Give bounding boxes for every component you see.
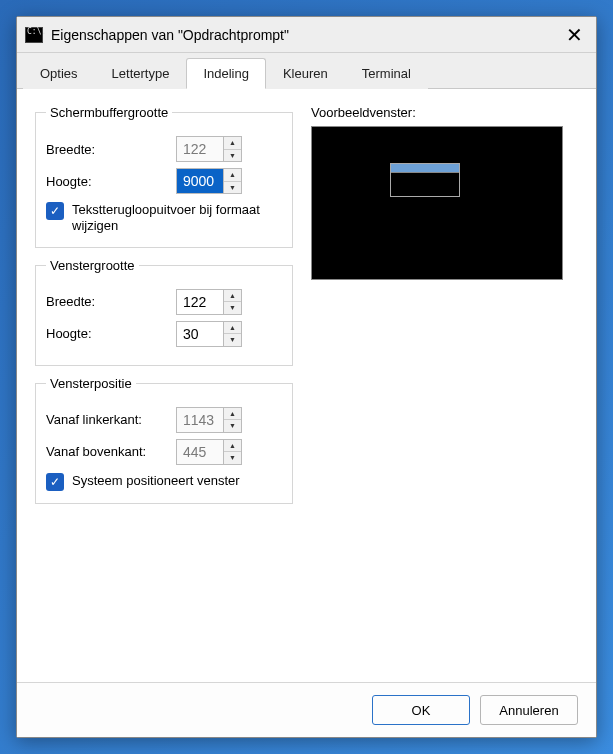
titlebar: Eigenschappen van "Opdrachtprompt" ✕: [17, 17, 596, 53]
preview-window-titlebar: [391, 164, 459, 173]
vensterpositie-group: Vensterpositie Vanaf linkerkant: ▲ ▼ Van…: [35, 376, 293, 504]
preview-label: Voorbeeldvenster:: [311, 105, 578, 120]
venster-hoogte-down[interactable]: ▼: [224, 334, 241, 346]
tab-opties[interactable]: Opties: [23, 58, 95, 89]
vensterpositie-legend: Vensterpositie: [46, 376, 136, 391]
buffer-hoogte-up[interactable]: ▲: [224, 169, 241, 182]
pos-boven-up[interactable]: ▲: [224, 440, 241, 453]
left-column: Schermbuffergrootte Breedte: ▲ ▼ Hoogte:: [35, 105, 293, 666]
ok-button[interactable]: OK: [372, 695, 470, 725]
buffer-breedte-up[interactable]: ▲: [224, 137, 241, 150]
venster-breedte-down[interactable]: ▼: [224, 302, 241, 314]
tab-strip: Opties Lettertype Indeling Kleuren Termi…: [17, 53, 596, 89]
venster-hoogte-up[interactable]: ▲: [224, 322, 241, 335]
wrap-label: Tekstterugloopuitvoer bij formaat wijzig…: [72, 202, 282, 235]
systeem-pos-label: Systeem positioneert venster: [72, 473, 240, 489]
cancel-button[interactable]: Annuleren: [480, 695, 578, 725]
properties-dialog: Eigenschappen van "Opdrachtprompt" ✕ Opt…: [16, 16, 597, 738]
close-button[interactable]: ✕: [560, 21, 588, 49]
right-column: Voorbeeldvenster:: [311, 105, 578, 666]
wrap-checkbox[interactable]: ✓: [46, 202, 64, 220]
buffer-breedte-spinner: ▲ ▼: [176, 136, 242, 162]
buffer-hoogte-spinner: ▲ ▼: [176, 168, 242, 194]
pos-links-spinner: ▲ ▼: [176, 407, 242, 433]
tab-indeling[interactable]: Indeling: [186, 58, 266, 89]
pos-boven-label: Vanaf bovenkant:: [46, 444, 176, 459]
buffer-hoogte-input[interactable]: [177, 169, 223, 193]
dialog-footer: OK Annuleren: [17, 682, 596, 737]
pos-boven-down[interactable]: ▼: [224, 452, 241, 464]
tab-lettertype[interactable]: Lettertype: [95, 58, 187, 89]
window-title: Eigenschappen van "Opdrachtprompt": [51, 27, 560, 43]
pos-links-input[interactable]: [177, 408, 223, 432]
venstergrootte-group: Venstergrootte Breedte: ▲ ▼ Hoogte:: [35, 258, 293, 366]
venster-breedte-spinner: ▲ ▼: [176, 289, 242, 315]
buffer-hoogte-down[interactable]: ▼: [224, 182, 241, 194]
venster-breedte-up[interactable]: ▲: [224, 290, 241, 303]
buffer-hoogte-label: Hoogte:: [46, 174, 176, 189]
preview-window: [390, 163, 460, 197]
buffer-breedte-label: Breedte:: [46, 142, 176, 157]
tab-kleuren[interactable]: Kleuren: [266, 58, 345, 89]
app-icon: [25, 27, 43, 43]
schermbuffer-group: Schermbuffergrootte Breedte: ▲ ▼ Hoogte:: [35, 105, 293, 248]
preview-box: [311, 126, 563, 280]
venstergrootte-legend: Venstergrootte: [46, 258, 139, 273]
schermbuffer-legend: Schermbuffergrootte: [46, 105, 172, 120]
pos-boven-input[interactable]: [177, 440, 223, 464]
venster-hoogte-label: Hoogte:: [46, 326, 176, 341]
venster-hoogte-spinner: ▲ ▼: [176, 321, 242, 347]
tab-terminal[interactable]: Terminal: [345, 58, 428, 89]
pos-boven-spinner: ▲ ▼: [176, 439, 242, 465]
venster-breedte-label: Breedte:: [46, 294, 176, 309]
buffer-breedte-input[interactable]: [177, 137, 223, 161]
buffer-breedte-down[interactable]: ▼: [224, 150, 241, 162]
venster-breedte-input[interactable]: [177, 290, 223, 314]
pos-links-down[interactable]: ▼: [224, 420, 241, 432]
pos-links-up[interactable]: ▲: [224, 408, 241, 421]
venster-hoogte-input[interactable]: [177, 322, 223, 346]
pos-links-label: Vanaf linkerkant:: [46, 412, 176, 427]
systeem-pos-checkbox[interactable]: ✓: [46, 473, 64, 491]
layout-panel: Schermbuffergrootte Breedte: ▲ ▼ Hoogte:: [17, 89, 596, 682]
